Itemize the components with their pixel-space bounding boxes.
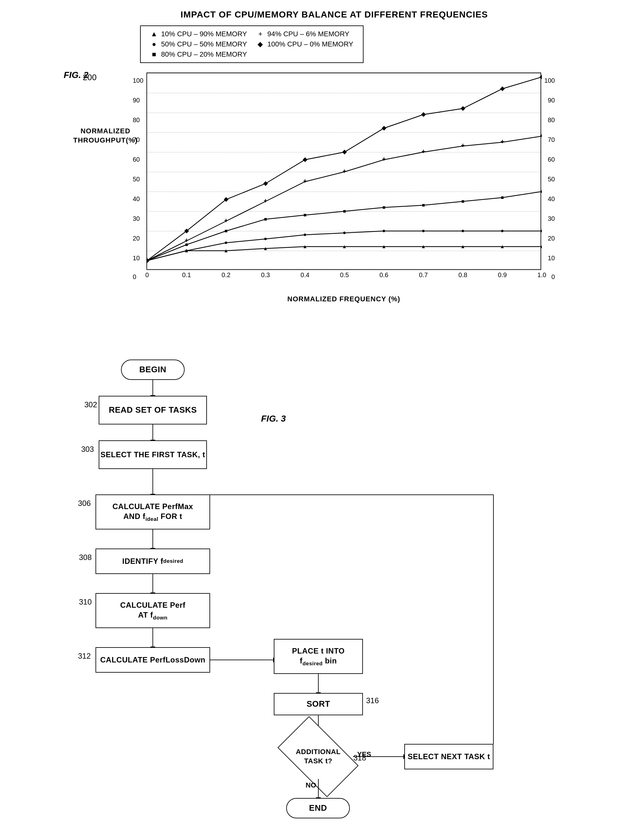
step-303: SELECT THE FIRST TASK, t: [99, 441, 207, 469]
svg-text:■: ■: [224, 228, 228, 233]
end-label: END: [309, 803, 327, 814]
step-302-label: READ SET OF TASKS: [109, 405, 197, 415]
step-312-label: CALCULATE PerfLossDown: [100, 655, 206, 665]
xtick-10: 1.0: [537, 272, 546, 279]
legend-symbol-1: ▲: [150, 30, 158, 38]
ytick-60: 60: [133, 156, 140, 163]
line-top-horiz: [153, 494, 493, 495]
legend-item-5: ◆ 100% CPU – 0% MEMORY: [257, 40, 353, 48]
svg-text:●: ●: [224, 239, 228, 246]
svg-text:▲: ▲: [342, 244, 347, 249]
legend-item-1: ▲ 10% CPU – 90% MEMORY: [150, 30, 247, 38]
legend-symbol-4: +: [257, 30, 264, 38]
chart-ref-label: 200: [83, 72, 97, 82]
ytick-80: 80: [133, 116, 140, 124]
svg-text:◆: ◆: [539, 74, 542, 80]
arrow-303-306: [153, 469, 153, 494]
svg-text:▲: ▲: [460, 244, 465, 249]
step-308-sub: desired: [163, 558, 184, 565]
chart-area: 200 NORMALIZED THROUGHPUT(%): [102, 69, 580, 292]
line-320-up: [493, 494, 494, 744]
step-314-text: PLACE t INTO fdesired bin: [292, 646, 345, 667]
arrow-no-end: [318, 779, 319, 798]
ytick-r50: 50: [548, 175, 555, 183]
ytick-70: 70: [133, 136, 140, 143]
legend-symbol-3: ■: [150, 50, 158, 58]
begin-shape: BEGIN: [121, 360, 185, 380]
ytick-0: 0: [133, 273, 136, 281]
xtick-05: 0.5: [340, 272, 349, 279]
fig2-section: IMPACT OF CPU/MEMORY BALANCE AT DIFFEREN…: [64, 10, 605, 292]
step-318-line1: ADDITIONAL: [296, 748, 341, 756]
step-314-sub: desired: [303, 661, 322, 667]
svg-text:◆: ◆: [421, 111, 426, 117]
svg-text:◆: ◆: [382, 125, 386, 131]
legend-text-4: 94% CPU – 6% MEMORY: [267, 30, 349, 38]
step-320-label: SELECT NEXT TASK t: [407, 751, 490, 761]
step-310: CALCULATE Perf AT fdown: [95, 593, 210, 628]
arrow-310-312: [153, 628, 153, 647]
step-314: PLACE t INTO fdesired bin: [274, 639, 363, 674]
svg-text:■: ■: [501, 195, 504, 200]
svg-text:+: +: [343, 168, 346, 175]
step-308-label: IDENTIFY f: [122, 556, 163, 566]
arrow-yes-320: [353, 756, 404, 757]
legend-text-1: 10% CPU – 90% MEMORY: [161, 30, 247, 38]
svg-text:■: ■: [303, 212, 307, 218]
legend-item-2: ● 50% CPU – 50% MEMORY: [150, 40, 247, 48]
svg-text:●: ●: [501, 227, 504, 234]
step-306-text: CALCULATE PerfMax AND fideal FOR t: [113, 502, 193, 523]
legend-col-left: ▲ 10% CPU – 90% MEMORY ● 50% CPU – 50% M…: [150, 30, 247, 58]
ytick-90: 90: [133, 97, 140, 104]
step-310-line2: AT f: [138, 611, 153, 619]
ytick-r20: 20: [548, 235, 555, 242]
line-80cpu: [147, 191, 542, 261]
svg-text:▲: ▲: [224, 248, 229, 253]
xtick-01: 0.1: [182, 272, 191, 279]
ytick-20: 20: [133, 235, 140, 242]
chart-title: IMPACT OF CPU/MEMORY BALANCE AT DIFFEREN…: [64, 10, 605, 20]
svg-text:+: +: [224, 217, 228, 224]
svg-text:▲: ▲: [382, 244, 386, 249]
svg-text:▲: ▲: [263, 246, 268, 251]
ytick-40: 40: [133, 195, 140, 203]
step-310-text: CALCULATE Perf AT fdown: [120, 600, 185, 621]
legend-text-2: 50% CPU – 50% MEMORY: [161, 40, 247, 48]
label-306: 306: [78, 499, 91, 508]
arrow-312-314: [210, 659, 274, 660]
svg-text:■: ■: [540, 189, 542, 194]
arrow-302-303: [153, 425, 153, 441]
svg-text:■: ■: [264, 216, 267, 222]
arrow-begin-302: [153, 380, 153, 396]
arrow-308-310: [153, 574, 153, 593]
ytick-r0: 0: [551, 273, 555, 281]
svg-text:+: +: [461, 142, 465, 149]
label-316: 316: [366, 696, 379, 705]
svg-text:●: ●: [303, 231, 307, 238]
ytick-30: 30: [133, 215, 140, 222]
legend-text-3: 80% CPU – 20% MEMORY: [161, 50, 247, 58]
step-318-inner: ADDITIONAL TASK t?: [296, 748, 341, 765]
svg-text:▲: ▲: [147, 258, 150, 263]
end-shape: END: [286, 798, 350, 819]
x-axis-label: NORMALIZED FREQUENCY (%): [287, 295, 401, 303]
xtick-06: 0.6: [380, 272, 388, 279]
arrow-314-316: [318, 674, 319, 693]
grid-0: [147, 270, 541, 271]
label-302: 302: [84, 400, 97, 409]
begin-label: BEGIN: [139, 364, 166, 375]
ytick-50: 50: [133, 175, 140, 183]
ytick-r40: 40: [548, 195, 555, 203]
step-320: SELECT NEXT TASK t: [404, 744, 493, 769]
step-310-line1: CALCULATE Perf: [120, 601, 185, 609]
svg-text:●: ●: [382, 227, 386, 234]
svg-text:◆: ◆: [500, 85, 505, 92]
yes-label: YES: [357, 750, 371, 759]
step-306-line1: CALCULATE PerfMax: [113, 502, 193, 511]
svg-text:◆: ◆: [224, 196, 229, 203]
label-310: 310: [79, 598, 92, 606]
svg-text:■: ■: [185, 242, 188, 247]
legend-symbol-2: ●: [150, 40, 158, 48]
step-303-label: SELECT THE FIRST TASK, t: [101, 450, 205, 460]
step-314-line1: PLACE t INTO: [292, 646, 345, 655]
